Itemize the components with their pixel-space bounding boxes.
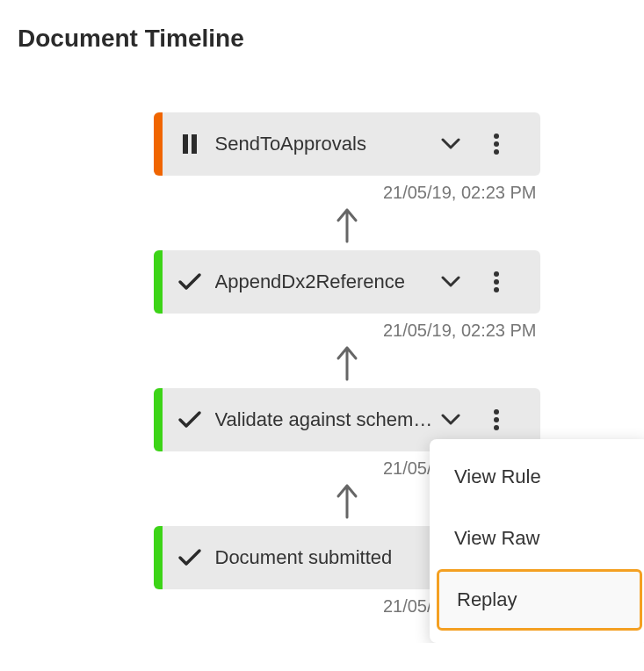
expand-toggle[interactable] (435, 404, 467, 436)
context-menu: View Rule View Raw Replay (430, 439, 644, 643)
status-stripe (154, 388, 163, 451)
chevron-down-icon (441, 138, 460, 150)
expand-toggle[interactable] (435, 266, 467, 298)
status-stripe (154, 250, 163, 314)
card-label: SendToApprovals (215, 133, 435, 155)
arrow-up-icon (335, 205, 359, 245)
check-icon (177, 548, 203, 567)
more-menu-button[interactable] (481, 266, 512, 298)
arrow-up-icon (335, 480, 359, 521)
check-icon (177, 272, 203, 292)
svg-point-3 (494, 141, 499, 147)
menu-item-replay[interactable]: Replay (437, 569, 642, 631)
card-label: AppendDx2Reference (215, 271, 435, 293)
menu-item-view-rule[interactable]: View Rule (430, 446, 644, 508)
more-vertical-icon (493, 133, 500, 155)
timeline-card: SendToApprovals (154, 112, 540, 176)
arrow-up-icon (335, 343, 359, 383)
timestamp: 21/05/19, 02:23 PM (154, 321, 540, 341)
svg-point-9 (494, 417, 499, 422)
timeline: SendToApprovals 21/05/19, 02:23 PM Appen… (21, 112, 623, 618)
svg-rect-0 (183, 134, 188, 154)
more-vertical-icon (493, 271, 500, 293)
page-title: Document Timeline (18, 25, 623, 53)
chevron-down-icon (441, 414, 460, 426)
svg-point-5 (494, 271, 499, 277)
status-stripe (154, 112, 163, 176)
card-label: Document submitted (215, 546, 435, 569)
timeline-card: AppendDx2Reference (154, 250, 540, 314)
card-label: Validate against schema and also more te… (215, 408, 435, 431)
status-stripe (154, 526, 163, 589)
svg-point-8 (494, 409, 499, 415)
more-menu-button[interactable] (481, 404, 512, 436)
expand-toggle[interactable] (435, 128, 467, 160)
svg-point-6 (494, 279, 499, 285)
svg-point-4 (494, 149, 499, 155)
svg-point-10 (494, 425, 499, 430)
chevron-down-icon (441, 276, 460, 288)
more-menu-button[interactable] (481, 128, 512, 160)
check-icon (177, 410, 203, 429)
svg-rect-1 (192, 134, 197, 154)
more-vertical-icon (493, 408, 500, 431)
svg-point-2 (494, 133, 499, 139)
timestamp: 21/05/19, 02:23 PM (154, 183, 540, 203)
menu-item-view-raw[interactable]: View Raw (430, 508, 644, 569)
pause-icon (177, 133, 203, 155)
svg-point-7 (494, 287, 499, 292)
